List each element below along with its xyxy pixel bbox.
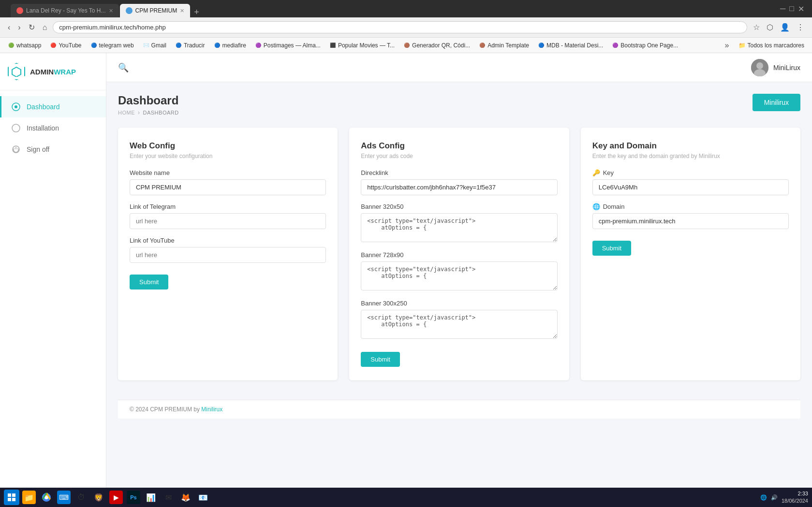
bookmark-telegram[interactable]: 🔵 telegram web: [87, 41, 138, 50]
banner-300x250-input[interactable]: <script type="text/javascript"> atOption…: [361, 310, 557, 339]
extension-icon[interactable]: ⬡: [765, 21, 775, 34]
content-wrapper: Dashboard HOME › DASHBOARD Minilirux Web…: [106, 82, 812, 488]
address-bar-icons: ☆ ⬡ 👤 ⋮: [751, 21, 806, 34]
bookmark-todos[interactable]: 📁 Todos los marcadores: [735, 41, 808, 50]
banner-320x50-group: Banner 320x50 <script type="text/javascr…: [361, 203, 557, 244]
bookmark-postimages[interactable]: 🟣 Postimages — Alma...: [251, 41, 325, 50]
banner-300x250-group: Banner 300x250 <script type="text/javasc…: [361, 300, 557, 340]
banner-728x90-label: Banner 728x90: [361, 251, 557, 259]
key-domain-submit-button[interactable]: Submit: [592, 241, 631, 256]
tab-bar: Lana Del Rey - Say Yes To H... ✕ CPM PRE…: [7, 0, 777, 17]
tab-icon-cpm: [126, 7, 133, 14]
page-title-area: Dashboard HOME › DASHBOARD Minilirux: [118, 94, 800, 116]
link-youtube-input[interactable]: [130, 247, 326, 263]
key-domain-card: Key and Domain Enter the key and the dom…: [581, 128, 800, 380]
sidebar: ADMINWRAP Dashboard Installation Sign: [0, 53, 106, 488]
logo-hexagon: [8, 63, 25, 80]
link-telegram-input[interactable]: [130, 213, 326, 229]
link-telegram-label: Link of Telegram: [130, 203, 326, 210]
web-config-submit-button[interactable]: Submit: [130, 275, 168, 290]
cards-grid: Web Config Enter your website configurat…: [118, 128, 800, 380]
bookmark-telegram-label: telegram web: [99, 42, 134, 49]
tab-icon-lana: [16, 7, 23, 14]
direcklink-label: Direcklink: [361, 169, 557, 176]
footer: © 2024 CPM PREMIUM by Minilirux: [118, 400, 800, 419]
bookmark-popular-movies[interactable]: ⬛ Popular Movies — T...: [325, 41, 399, 50]
footer-link[interactable]: Minilirux: [201, 406, 222, 413]
banner-320x50-label: Banner 320x50: [361, 203, 557, 210]
sidebar-item-installation[interactable]: Installation: [0, 117, 106, 139]
tab-close-cpm[interactable]: ✕: [180, 8, 184, 14]
banner-728x90-group: Banner 728x90 <script type="text/javascr…: [361, 251, 557, 292]
avatar: [751, 59, 768, 76]
bookmark-traducir[interactable]: 🔵 Traducir: [171, 41, 209, 50]
top-header: 🔍 MiniLirux: [106, 53, 812, 82]
ads-config-submit-button[interactable]: Submit: [361, 352, 399, 367]
avatar-image: [751, 59, 768, 76]
back-button[interactable]: ‹: [6, 21, 12, 34]
search-icon[interactable]: 🔍: [118, 62, 129, 73]
sidebar-item-dashboard[interactable]: Dashboard: [0, 96, 106, 117]
tab-lana[interactable]: Lana Del Rey - Say Yes To H... ✕: [11, 4, 119, 17]
bookmark-bootstrap-icon: 🟣: [612, 42, 619, 49]
bookmark-whatsapp[interactable]: 🟢 whatsapp: [4, 41, 45, 50]
address-bar: ‹ › ↻ ⌂ ☆ ⬡ 👤 ⋮: [0, 17, 812, 38]
direcklink-input[interactable]: [361, 179, 557, 195]
bookmark-icon[interactable]: ☆: [751, 21, 762, 34]
minilirux-button[interactable]: Minilirux: [753, 94, 800, 111]
maximize-button[interactable]: □: [789, 4, 794, 14]
bookmark-traducir-label: Traducir: [184, 42, 205, 49]
sidebar-item-signoff-label: Sign off: [27, 145, 49, 153]
bookmark-todos-label: 📁 Todos los marcadores: [738, 42, 804, 49]
bookmark-admin-template-icon: 🟤: [479, 42, 486, 49]
bookmark-popular-movies-icon: ⬛: [329, 42, 336, 49]
direcklink-group: Direcklink: [361, 169, 557, 195]
home-button[interactable]: ⌂: [41, 21, 49, 34]
key-input[interactable]: [592, 179, 789, 195]
footer-text: © 2024 CPM PREMIUM by: [130, 406, 201, 413]
banner-728x90-input[interactable]: <script type="text/javascript"> atOption…: [361, 261, 557, 290]
user-area[interactable]: MiniLirux: [751, 59, 800, 76]
bookmark-gmail[interactable]: ✉️ Gmail: [139, 41, 170, 50]
key-group: 🔑 Key: [592, 169, 789, 195]
forward-button[interactable]: ›: [16, 21, 22, 34]
banner-300x250-label: Banner 300x250: [361, 300, 557, 307]
banner-320x50-input[interactable]: <script type="text/javascript"> atOption…: [361, 213, 557, 242]
profile-icon[interactable]: 👤: [778, 21, 792, 34]
bookmark-whatsapp-label: whatsapp: [16, 42, 41, 49]
breadcrumb-home: HOME: [118, 110, 135, 116]
logo-icon: [11, 66, 22, 77]
user-name: MiniLirux: [773, 64, 800, 72]
sidebar-item-signoff[interactable]: Sign off: [0, 139, 106, 160]
bookmark-mediafire[interactable]: 🔵 mediafire: [210, 41, 250, 50]
breadcrumb-current: DASHBOARD: [143, 110, 179, 116]
tab-cpm[interactable]: CPM PREMIUM ✕: [120, 4, 191, 17]
svg-point-7: [756, 62, 763, 69]
bookmarks-more[interactable]: »: [722, 40, 732, 51]
bookmark-mediafire-icon: 🔵: [214, 42, 221, 49]
dashboard-icon: [11, 102, 21, 112]
address-input[interactable]: [53, 21, 747, 33]
tab-title-lana: Lana Del Rey - Say Yes To H...: [26, 7, 106, 14]
key-label-text: Key: [603, 169, 614, 176]
web-config-subtitle: Enter your website configuration: [130, 153, 326, 159]
bookmark-youtube[interactable]: 🔴 YouTube: [46, 41, 85, 50]
domain-group: 🌐 Domain: [592, 203, 789, 229]
website-name-input[interactable]: [130, 179, 326, 195]
tab-close-lana[interactable]: ✕: [109, 8, 113, 14]
link-telegram-group: Link of Telegram: [130, 203, 326, 229]
new-tab-button[interactable]: +: [191, 7, 202, 17]
website-name-label: Website name: [130, 169, 326, 176]
tab-title-cpm: CPM PREMIUM: [135, 7, 177, 14]
domain-input[interactable]: [592, 213, 789, 229]
sidebar-item-dashboard-label: Dashboard: [27, 103, 60, 111]
bookmark-bootstrap[interactable]: 🟣 Bootstrap One Page...: [608, 41, 682, 50]
reload-button[interactable]: ↻: [27, 21, 37, 34]
svg-point-2: [15, 105, 17, 108]
menu-icon[interactable]: ⋮: [795, 21, 806, 34]
minimize-button[interactable]: ─: [780, 4, 785, 14]
close-button[interactable]: ✕: [798, 4, 804, 14]
bookmark-qr[interactable]: 🟤 Generador QR, Códi...: [399, 41, 474, 50]
bookmark-admin-template[interactable]: 🟤 Admin Template: [475, 41, 533, 50]
bookmark-mdb[interactable]: 🔵 MDB - Material Desi...: [534, 41, 607, 50]
